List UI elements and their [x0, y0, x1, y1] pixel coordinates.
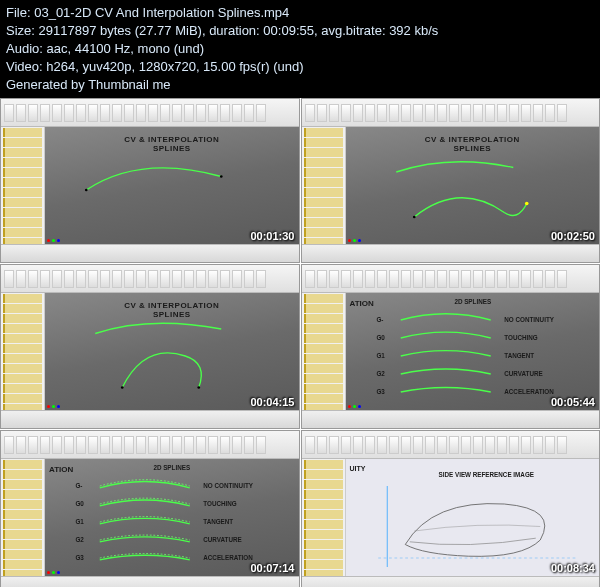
- toolbar-button[interactable]: [148, 436, 158, 454]
- sidebar-item[interactable]: [3, 374, 42, 383]
- toolbar-button[interactable]: [485, 270, 495, 288]
- sidebar-item[interactable]: [3, 560, 42, 569]
- toolbar-button[interactable]: [449, 436, 459, 454]
- toolbar-button[interactable]: [473, 436, 483, 454]
- toolbar-button[interactable]: [557, 104, 567, 122]
- toolbar-button[interactable]: [256, 270, 266, 288]
- sidebar-item[interactable]: [3, 364, 42, 373]
- toolbar-button[interactable]: [353, 104, 363, 122]
- sidebar-item[interactable]: [304, 228, 343, 237]
- toolbar-button[interactable]: [365, 436, 375, 454]
- sidebar-item[interactable]: [304, 138, 343, 147]
- toolbar-button[interactable]: [208, 436, 218, 454]
- sidebar-item[interactable]: [3, 480, 42, 489]
- video-thumbnail[interactable]: UITYSIDE VIEW REFERENCE IMAGE00:08:34: [301, 430, 601, 587]
- toolbar-button[interactable]: [196, 436, 206, 454]
- toolbar-button[interactable]: [533, 104, 543, 122]
- toolbar-button[interactable]: [437, 104, 447, 122]
- toolbar-button[interactable]: [353, 270, 363, 288]
- toolbar-button[interactable]: [52, 270, 62, 288]
- sidebar-item[interactable]: [304, 490, 343, 499]
- toolbar-button[interactable]: [341, 436, 351, 454]
- sidebar-item[interactable]: [3, 228, 42, 237]
- toolbar-button[interactable]: [28, 436, 38, 454]
- toolbar-button[interactable]: [76, 436, 86, 454]
- toolbar-button[interactable]: [353, 436, 363, 454]
- toolbar-button[interactable]: [305, 104, 315, 122]
- toolbar-button[interactable]: [148, 270, 158, 288]
- toolbar-button[interactable]: [112, 436, 122, 454]
- toolbar-button[interactable]: [4, 436, 14, 454]
- toolbar-button[interactable]: [220, 436, 230, 454]
- sidebar-item[interactable]: [3, 500, 42, 509]
- toolbar-button[interactable]: [389, 436, 399, 454]
- toolbar-button[interactable]: [124, 436, 134, 454]
- toolbar-button[interactable]: [509, 270, 519, 288]
- sidebar-item[interactable]: [304, 530, 343, 539]
- sidebar-item[interactable]: [304, 148, 343, 157]
- toolbar-button[interactable]: [100, 104, 110, 122]
- sidebar-item[interactable]: [304, 470, 343, 479]
- toolbar-button[interactable]: [136, 436, 146, 454]
- toolbar-button[interactable]: [545, 104, 555, 122]
- video-thumbnail[interactable]: ATION2D SPLINESG-NO CONTINUITYG0TOUCHING…: [0, 430, 300, 587]
- toolbar-button[interactable]: [244, 104, 254, 122]
- toolbar-button[interactable]: [88, 270, 98, 288]
- sidebar-item[interactable]: [304, 198, 343, 207]
- toolbar-button[interactable]: [545, 436, 555, 454]
- sidebar-item[interactable]: [304, 510, 343, 519]
- sidebar-item[interactable]: [3, 334, 42, 343]
- toolbar-button[interactable]: [497, 104, 507, 122]
- sidebar-item[interactable]: [304, 394, 343, 403]
- toolbar-button[interactable]: [317, 436, 327, 454]
- toolbar-button[interactable]: [256, 104, 266, 122]
- toolbar-button[interactable]: [28, 270, 38, 288]
- sidebar-item[interactable]: [3, 138, 42, 147]
- toolbar-button[interactable]: [557, 436, 567, 454]
- sidebar-item[interactable]: [304, 188, 343, 197]
- toolbar-button[interactable]: [365, 270, 375, 288]
- sidebar-item[interactable]: [304, 374, 343, 383]
- toolbar-button[interactable]: [52, 104, 62, 122]
- toolbar-button[interactable]: [341, 104, 351, 122]
- toolbar-button[interactable]: [196, 104, 206, 122]
- toolbar-button[interactable]: [401, 104, 411, 122]
- sidebar-item[interactable]: [304, 208, 343, 217]
- toolbar-button[interactable]: [317, 270, 327, 288]
- toolbar-button[interactable]: [533, 436, 543, 454]
- toolbar-button[interactable]: [533, 270, 543, 288]
- toolbar-button[interactable]: [208, 270, 218, 288]
- sidebar-item[interactable]: [304, 294, 343, 303]
- toolbar-button[interactable]: [256, 436, 266, 454]
- sidebar-item[interactable]: [304, 158, 343, 167]
- toolbar-button[interactable]: [40, 270, 50, 288]
- toolbar-button[interactable]: [377, 436, 387, 454]
- toolbar-button[interactable]: [413, 104, 423, 122]
- toolbar-button[interactable]: [545, 270, 555, 288]
- toolbar-button[interactable]: [184, 436, 194, 454]
- toolbar-button[interactable]: [232, 436, 242, 454]
- toolbar-button[interactable]: [413, 270, 423, 288]
- toolbar-button[interactable]: [461, 436, 471, 454]
- toolbar-button[interactable]: [425, 436, 435, 454]
- video-thumbnail[interactable]: CV & INTERPOLATIONSPLINES00:04:15: [0, 264, 300, 429]
- sidebar-item[interactable]: [304, 168, 343, 177]
- toolbar-button[interactable]: [365, 104, 375, 122]
- toolbar-button[interactable]: [64, 436, 74, 454]
- toolbar-button[interactable]: [305, 436, 315, 454]
- sidebar-item[interactable]: [304, 384, 343, 393]
- sidebar-item[interactable]: [304, 560, 343, 569]
- toolbar-button[interactable]: [232, 104, 242, 122]
- toolbar-button[interactable]: [244, 270, 254, 288]
- toolbar-button[interactable]: [473, 270, 483, 288]
- sidebar-item[interactable]: [304, 304, 343, 313]
- toolbar-button[interactable]: [461, 270, 471, 288]
- toolbar-button[interactable]: [160, 270, 170, 288]
- sidebar-item[interactable]: [3, 384, 42, 393]
- toolbar-button[interactable]: [377, 270, 387, 288]
- sidebar-item[interactable]: [304, 480, 343, 489]
- toolbar-button[interactable]: [76, 270, 86, 288]
- toolbar-button[interactable]: [172, 270, 182, 288]
- sidebar-item[interactable]: [304, 500, 343, 509]
- sidebar-item[interactable]: [3, 168, 42, 177]
